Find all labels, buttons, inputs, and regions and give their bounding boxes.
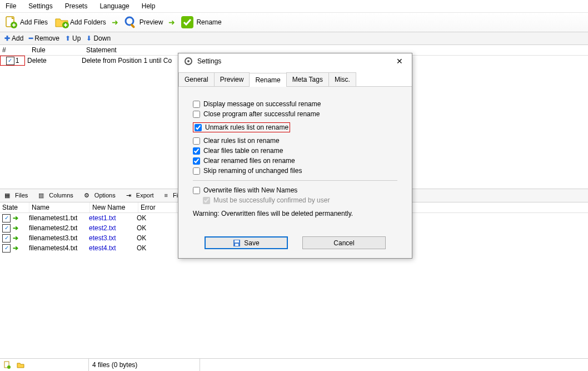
opt-close-program[interactable]: Close program after successful rename — [193, 110, 397, 118]
add-rule-button[interactable]: ✚Add — [3, 34, 24, 43]
menu-file[interactable]: File — [3, 1, 18, 11]
magnifier-icon — [124, 16, 137, 29]
row-checkbox[interactable]: ✓ — [2, 214, 11, 222]
opt-label: Clear rules list on rename — [203, 137, 280, 145]
rename-button[interactable]: Rename — [178, 14, 223, 30]
menu-presets[interactable]: Presets — [63, 1, 90, 11]
preview-label: Preview — [139, 18, 163, 26]
checkbox[interactable] — [193, 167, 200, 175]
add-folders-button[interactable]: Add Folders — [52, 14, 108, 30]
rule-name: Delete — [25, 56, 79, 66]
checkbox[interactable] — [193, 157, 200, 165]
save-label: Save — [244, 239, 259, 247]
row-checkbox[interactable]: ✓ — [2, 244, 11, 253]
svg-point-3 — [126, 17, 133, 25]
row-newname: etest2.txt — [87, 223, 134, 233]
row-checkbox[interactable]: ✓ — [2, 224, 11, 233]
sub-export[interactable]: ⇥ Export — [123, 190, 161, 201]
col-rule[interactable]: Rule — [29, 45, 84, 55]
checkbox[interactable] — [193, 187, 200, 194]
remove-rule-button[interactable]: ━Remove — [28, 34, 61, 43]
arrow-icon: ➜ — [111, 18, 119, 27]
arrow-right-icon: ➔ — [13, 244, 18, 252]
row-error: OK — [134, 213, 172, 223]
cancel-button[interactable]: Cancel — [302, 236, 386, 249]
tab-misc[interactable]: Misc. — [328, 72, 356, 86]
opt-clear-renamed[interactable]: Clear renamed files on rename — [193, 157, 397, 165]
status-files: 4 files (0 bytes) — [89, 359, 200, 371]
up-label: Up — [72, 34, 81, 42]
row-state[interactable]: ✓➔ — [0, 243, 27, 253]
svg-rect-11 — [235, 240, 239, 243]
warning-text: Warning: Overwritten files will be delet… — [193, 210, 397, 217]
col-newname[interactable]: New Name — [90, 202, 138, 212]
save-button[interactable]: Save — [205, 236, 288, 249]
opt-label: Skip renaming of unchanged files — [203, 167, 302, 175]
rename-label: Rename — [196, 18, 221, 26]
checkbox[interactable] — [193, 137, 200, 145]
dialog-tabs: General Preview Rename Meta Tags Misc. — [178, 72, 412, 87]
separator — [193, 180, 397, 181]
arrow-down-icon: ⬇ — [86, 34, 92, 42]
dialog-titlebar: Settings ✕ — [178, 53, 412, 69]
settings-icon — [184, 57, 193, 66]
add-rule-label: Add — [12, 34, 23, 42]
opt-label: Unmark rules list on rename — [205, 123, 288, 131]
dialog-buttons: Save Cancel — [178, 236, 412, 258]
col-statement[interactable]: Statement — [84, 45, 119, 55]
opt-clear-rules[interactable]: Clear rules list on rename — [193, 137, 397, 145]
remove-rule-label: Remove — [34, 34, 59, 42]
tab-rename[interactable]: Rename — [249, 73, 286, 87]
sub-columns[interactable]: ▥ Columns — [35, 190, 79, 201]
opt-clear-table[interactable]: Clear files table on rename — [193, 147, 397, 155]
down-label: Down — [93, 34, 111, 42]
col-state[interactable]: State — [0, 202, 29, 212]
rule-checkbox[interactable]: ✓1 — [0, 56, 25, 66]
tab-general[interactable]: General — [178, 72, 215, 86]
menu-help[interactable]: Help — [139, 1, 158, 11]
tab-meta[interactable]: Meta Tags — [286, 72, 329, 86]
opt-overwrite[interactable]: Overwrite files with New Names — [193, 186, 397, 194]
row-state[interactable]: ✓➔ — [0, 233, 27, 243]
col-error[interactable]: Error — [138, 202, 177, 212]
col-hash[interactable]: # — [0, 45, 29, 55]
svg-rect-12 — [235, 244, 238, 246]
checkbox[interactable] — [195, 124, 202, 131]
opt-skip-unchanged[interactable]: Skip renaming of unchanged files — [193, 167, 397, 175]
opt-display-message[interactable]: Display message on successful rename — [193, 100, 397, 108]
tab-preview[interactable]: Preview — [214, 72, 250, 86]
checkbox[interactable] — [193, 101, 200, 108]
opt-label: Clear files table on rename — [203, 147, 283, 155]
arrow-right-icon: ➔ — [13, 224, 18, 232]
arrow-icon: ➜ — [167, 18, 176, 27]
sub-files[interactable]: ▦ Files — [1, 190, 34, 201]
down-button[interactable]: ⬇Down — [85, 34, 112, 43]
row-error: OK — [134, 243, 172, 253]
checkbox[interactable] — [193, 111, 200, 118]
col-name[interactable]: Name — [29, 202, 90, 212]
rule-statement: Delete from Position 1 until Co — [79, 56, 174, 66]
add-folders-label: Add Folders — [70, 18, 106, 26]
row-state[interactable]: ✓➔ — [0, 223, 27, 233]
row-name: filenametest4.txt — [27, 243, 87, 253]
menu-settings[interactable]: Settings — [26, 1, 54, 11]
row-error: OK — [134, 223, 172, 233]
preview-button[interactable]: Preview — [122, 14, 166, 30]
rules-toolbar: ✚Add ━Remove ⬆Up ⬇Down — [0, 32, 588, 45]
row-checkbox[interactable]: ✓ — [2, 234, 11, 243]
checkbox[interactable] — [193, 147, 200, 155]
sub-options[interactable]: ⚙ Options — [81, 190, 122, 201]
up-button[interactable]: ⬆Up — [64, 34, 82, 43]
opt-label: Clear renamed files on rename — [203, 157, 295, 165]
add-files-button[interactable]: Add Files — [2, 14, 50, 30]
row-newname: etest1.txt — [87, 213, 134, 223]
rule-number: 1 — [16, 57, 19, 65]
status-icons — [0, 359, 89, 371]
opt-label: Close program after successful rename — [203, 110, 320, 118]
tab-body: Display message on successful rename Clo… — [178, 87, 412, 236]
menu-language[interactable]: Language — [97, 1, 131, 11]
opt-unmark-rules[interactable]: Unmark rules list on rename — [193, 122, 290, 132]
check-icon — [181, 16, 194, 29]
row-state[interactable]: ✓➔ — [0, 213, 27, 223]
close-button[interactable]: ✕ — [393, 57, 406, 66]
